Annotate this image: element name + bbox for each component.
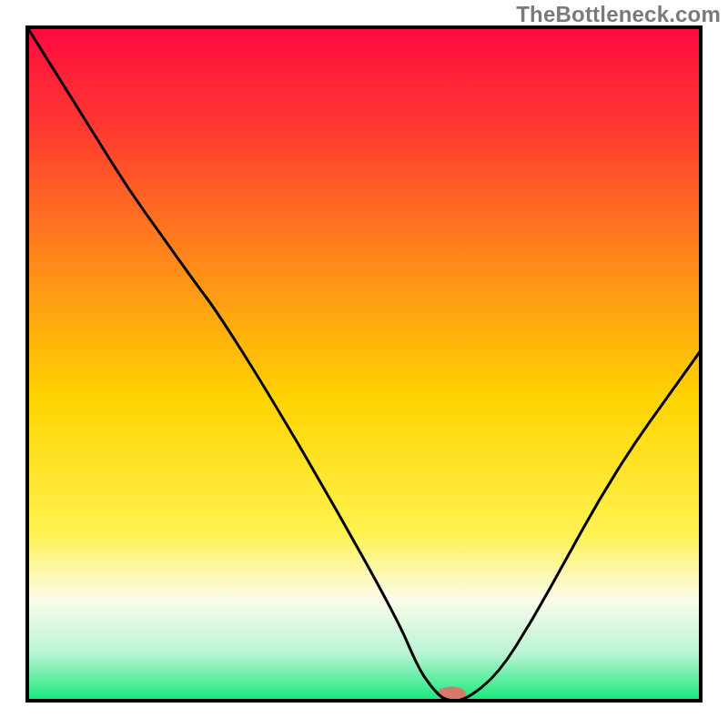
gradient-background <box>27 27 701 701</box>
bottleneck-chart <box>0 0 728 728</box>
watermark-text: TheBottleneck.com <box>516 2 721 27</box>
chart-container: TheBottleneck.com <box>0 0 728 728</box>
